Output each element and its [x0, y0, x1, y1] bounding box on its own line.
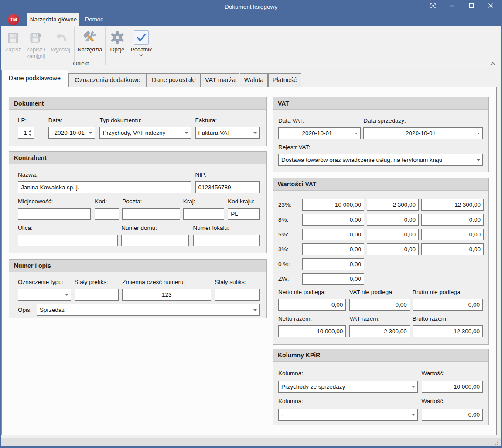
- vat-23-vat-input[interactable]: [367, 199, 419, 211]
- section-numer-i-opis: Numer i opis Oznaczenie typu: Stały pref…: [9, 259, 267, 318]
- kpir-wartosc-2-input[interactable]: [422, 409, 483, 421]
- vat-3-vat-input[interactable]: [367, 243, 419, 255]
- gear-icon: [106, 28, 128, 45]
- tab-platnosc[interactable]: Płatność: [268, 73, 301, 87]
- staly-prefiks-input[interactable]: [75, 289, 119, 301]
- kpir-wartosc-1-label: Wartość:: [422, 369, 483, 377]
- data-sprzedazy-dropdown[interactable]: 2020-10-01: [363, 127, 483, 139]
- nazwa-input[interactable]: Janina Kowalska sp. j. ···: [18, 181, 191, 193]
- vat-3-netto-input[interactable]: [302, 243, 364, 255]
- tab-waluta[interactable]: Waluta: [240, 73, 268, 87]
- tools-icon: [75, 28, 104, 45]
- vat-8-brutto-input[interactable]: [421, 214, 484, 226]
- kpir-kolumna-2-label: Kolumna:: [278, 397, 418, 405]
- vat-3-brutto-input[interactable]: [421, 243, 484, 255]
- vat-rate-8-label: 8%:: [278, 214, 300, 226]
- miejscowosc-input[interactable]: [18, 208, 91, 220]
- kpir-kolumna-1-dropdown[interactable]: Przychody ze sprzedaży: [278, 381, 418, 393]
- collapse-ribbon-button[interactable]: [490, 62, 496, 65]
- netto-razem-label: Netto razem:: [278, 315, 346, 323]
- section-header: Kolumny KPiR: [273, 349, 488, 362]
- tab-dane-pozostale[interactable]: Dane pozostałe: [147, 73, 201, 87]
- vat-23-brutto-input[interactable]: [421, 199, 484, 211]
- data-dropdown[interactable]: 2020-10-01: [48, 127, 96, 139]
- ulica-label: Ulica:: [18, 224, 118, 232]
- dropdown-arrow-icon: [65, 294, 68, 296]
- brutto-razem-input[interactable]: [413, 325, 483, 337]
- lp-stepper[interactable]: 1: [18, 127, 34, 139]
- vat-8-vat-input[interactable]: [367, 214, 419, 226]
- oznaczenie-typu-dropdown[interactable]: [18, 289, 71, 301]
- maximize-button[interactable]: [462, 0, 481, 13]
- kod-label: Kod:: [95, 197, 119, 205]
- tools-button[interactable]: Narzędzia: [75, 27, 104, 53]
- oznaczenie-typu-label: Oznaczenie typu:: [18, 278, 71, 286]
- opis-dropdown[interactable]: Sprzedaż: [37, 304, 260, 316]
- kraj-input[interactable]: [183, 208, 225, 220]
- minimize-button[interactable]: [443, 0, 462, 13]
- netto-razem-input[interactable]: [278, 325, 346, 337]
- section-kontrahent: Kontrahent Nazwa: Janina Kowalska sp. j.…: [9, 151, 267, 253]
- save-icon: [3, 28, 24, 45]
- data-vat-dropdown[interactable]: 2020-10-01: [278, 127, 361, 139]
- netto-nie-podlega-input[interactable]: [278, 299, 346, 311]
- kpir-wartosc-1-input[interactable]: [422, 381, 483, 393]
- typ-dokumentu-dropdown[interactable]: Przychody, VAT należny: [99, 127, 191, 139]
- window-controls: [423, 0, 500, 13]
- spinner-arrows-icon[interactable]: [28, 127, 32, 138]
- poczta-input[interactable]: [122, 208, 180, 220]
- numer-domu-label: Numer domu:: [121, 224, 188, 232]
- chevron-up-icon: [490, 59, 496, 67]
- nazwa-label: Nazwa:: [18, 171, 191, 179]
- nazwa-ellipsis-button[interactable]: ···: [181, 184, 188, 191]
- dropdown-arrow-icon: [253, 309, 257, 311]
- zmienna-czesc-input[interactable]: [122, 289, 211, 301]
- tab-oznaczenia-dodatkowe[interactable]: Oznaczenia dodatkowe: [68, 73, 147, 87]
- nip-input[interactable]: [195, 181, 260, 193]
- vat-23-netto-input[interactable]: [302, 199, 364, 211]
- status-bar: [1, 438, 501, 446]
- save-button[interactable]: Zapisz: [3, 27, 24, 53]
- vat-nie-podlega-input[interactable]: [349, 299, 410, 311]
- tab-vat-marza[interactable]: VAT marża: [201, 73, 239, 87]
- brutto-razem-label: Brutto razem:: [413, 315, 483, 323]
- vat-5-netto-input[interactable]: [302, 229, 364, 240]
- rejestr-vat-dropdown[interactable]: Dostawa towarów oraz świadczenie usług, …: [278, 154, 483, 166]
- staly-sufiks-input[interactable]: [215, 289, 260, 301]
- kod-input[interactable]: [95, 208, 119, 220]
- vat-0-netto-input[interactable]: [302, 258, 364, 270]
- options-button[interactable]: Opcje: [106, 27, 128, 53]
- ribbon-separator: [74, 27, 75, 65]
- brutto-nie-podlega-input[interactable]: [413, 299, 483, 311]
- nip-label: NIP:: [195, 171, 260, 179]
- ribbon-tab-pomoc[interactable]: Pomoc: [79, 13, 109, 26]
- close-button[interactable]: [481, 0, 500, 13]
- numer-domu-input[interactable]: [121, 235, 188, 246]
- ribbon-tab-narzedzia-glowne[interactable]: Narzędzia główne: [27, 13, 79, 26]
- vat-5-brutto-input[interactable]: [421, 229, 484, 240]
- vat-razem-input[interactable]: [349, 325, 410, 337]
- vat-zw-netto-input[interactable]: [302, 273, 364, 285]
- tab-dane-podstawowe[interactable]: Dane podstawowe: [1, 70, 68, 87]
- staly-prefiks-label: Stały prefiks:: [75, 278, 119, 286]
- kpir-kolumna-2-dropdown[interactable]: -: [278, 409, 418, 421]
- section-header: Dokument: [9, 97, 266, 110]
- vat-8-netto-input[interactable]: [302, 214, 364, 226]
- vat-5-vat-input[interactable]: [367, 229, 419, 240]
- app-logo[interactable]: TM: [8, 14, 19, 25]
- save-close-button[interactable]: Zapisz izamknij: [24, 27, 48, 60]
- brutto-nie-podlega-label: Brutto nie podlega:: [413, 288, 483, 296]
- fit-window-button[interactable]: [423, 0, 443, 13]
- vat-rate-23-label: 23%:: [278, 199, 300, 211]
- taxpayer-button[interactable]: Podatnik: [128, 27, 154, 56]
- page-area: Dane podstawowe Oznaczenia dodatkowe Dan…: [1, 68, 501, 446]
- ribbon-group-label: Obiekt: [1, 61, 161, 67]
- resize-grip[interactable]: [494, 439, 500, 445]
- faktura-dropdown[interactable]: Faktura VAT: [195, 127, 260, 139]
- vat-rate-0-label: 0 %:: [278, 258, 300, 270]
- ulica-input[interactable]: [18, 235, 118, 246]
- undo-button[interactable]: Wycofaj: [48, 27, 73, 53]
- dropdown-arrow-icon: [355, 133, 358, 134]
- kod-kraju-input[interactable]: [228, 208, 260, 220]
- numer-lokalu-input[interactable]: [193, 235, 260, 246]
